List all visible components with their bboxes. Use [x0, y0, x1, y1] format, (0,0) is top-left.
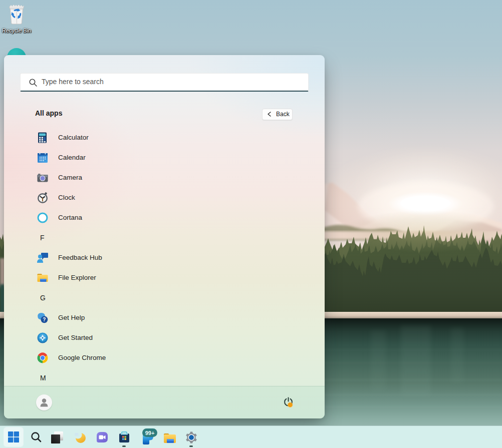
svg-text:99+: 99+: [145, 430, 155, 436]
svg-text:?: ?: [43, 317, 46, 322]
